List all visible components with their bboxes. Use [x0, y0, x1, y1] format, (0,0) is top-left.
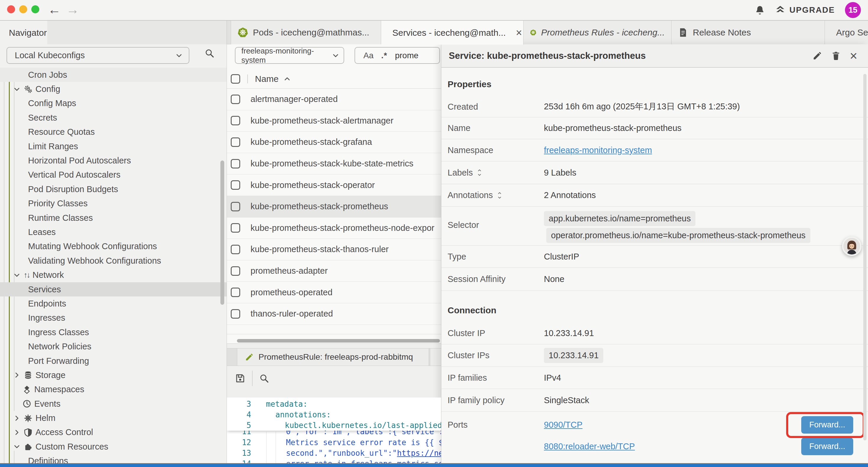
sidebar-item-endpoints[interactable]: Endpoints [0, 296, 226, 311]
row-checkbox[interactable] [231, 180, 240, 190]
row-checkbox[interactable] [231, 138, 240, 147]
trash-icon[interactable] [831, 51, 841, 61]
sidebar-group-storage[interactable]: Storage [0, 368, 226, 382]
navigator-panel-tab[interactable]: Navigator [0, 21, 47, 45]
sidebar-item-limit-ranges[interactable]: Limit Ranges [0, 139, 226, 153]
notification-badge[interactable]: 15 [845, 2, 861, 18]
row-checkbox[interactable] [231, 288, 240, 297]
annotations-count: 2 Annotations [544, 191, 596, 200]
row-checkbox[interactable] [231, 159, 240, 169]
sidebar-item-priority-classes[interactable]: Priority Classes [0, 197, 226, 211]
table-row[interactable]: kube-prometheus-stack-kube-state-metrics [227, 153, 441, 175]
assistant-avatar[interactable] [842, 236, 862, 256]
tab-services[interactable]: Services - icecheng@math... × [381, 21, 524, 45]
editor-tab-prometheusrule[interactable]: PrometheusRule: freeleaps-prod-rabbitmq [237, 348, 429, 366]
row-checkbox[interactable] [231, 202, 240, 211]
sidebar-group-config[interactable]: Config [0, 82, 226, 96]
search-icon[interactable] [205, 48, 215, 58]
minimize-window-button[interactable] [19, 5, 27, 13]
sidebar-item-vertical-pod-autoscalers[interactable]: Vertical Pod Autoscalers [0, 168, 226, 182]
search-icon[interactable] [259, 373, 269, 383]
horizontal-scrollbar[interactable] [237, 339, 440, 343]
code-line: 0","for":"1m","labels":{"service":"f [286, 431, 441, 437]
table-row[interactable]: kube-prometheus-stack-thanos-ruler [227, 239, 441, 260]
match-case-toggle[interactable]: Aa [363, 51, 373, 60]
table-row[interactable]: thanos-ruler-operated [227, 303, 441, 325]
detail-header: Service: kube-prometheus-stack-prometheu… [441, 44, 868, 68]
table-row[interactable]: prometheus-adapter [227, 260, 441, 282]
port-link-9090[interactable]: 9090/TCP [544, 420, 583, 430]
save-icon[interactable] [235, 373, 246, 384]
sidebar-item-namespaces[interactable]: Namespaces [0, 382, 226, 397]
row-checkbox[interactable] [231, 266, 240, 276]
bell-icon[interactable] [754, 5, 765, 16]
sort-ascending-icon[interactable] [283, 75, 291, 83]
sidebar-item-ingress-classes[interactable]: Ingress Classes [0, 325, 226, 339]
table-row[interactable]: alertmanager-operated [227, 89, 441, 110]
expand-collapse-icon[interactable] [496, 191, 503, 200]
puzzle-icon [24, 442, 32, 451]
row-checkbox[interactable] [231, 245, 240, 254]
row-checkbox[interactable] [231, 309, 240, 319]
sidebar-item-validating-webhook-configurations[interactable]: Validating Webhook Configurations [0, 254, 226, 268]
sidebar-item-resource-quotas[interactable]: Resource Quotas [0, 125, 226, 139]
sidebar-item-ingresses[interactable]: Ingresses [0, 311, 226, 325]
table-row[interactable]: kube-prometheus-stack-operator [227, 174, 441, 196]
select-all-checkbox[interactable] [231, 74, 240, 84]
namespace-filter-dropdown[interactable]: freeleaps-monitoring-system [235, 47, 344, 64]
close-tab-icon[interactable]: × [516, 28, 522, 38]
yaml-editor[interactable]: 3metadata: 4annotations: 5kubectl.kubern… [227, 398, 441, 464]
detail-scrollbar[interactable] [863, 74, 867, 440]
maximize-window-button[interactable] [31, 5, 39, 13]
table-row[interactable]: kube-prometheus-stack-grafana [227, 132, 441, 153]
sidebar-scrollbar[interactable] [220, 160, 224, 305]
table-row[interactable]: kube-prometheus-stack-prometheus-node-ex… [227, 217, 441, 239]
upgrade-button[interactable]: UPGRADE [775, 5, 835, 15]
sidebar-item-pod-disruption-budgets[interactable]: Pod Disruption Budgets [0, 182, 226, 196]
table-row[interactable]: prometheus-operated [227, 282, 441, 303]
row-checkbox[interactable] [231, 95, 240, 104]
sidebar-item-mutating-webhook-configurations[interactable]: Mutating Webhook Configurations [0, 239, 226, 254]
namespace-link[interactable]: freeleaps-monitoring-system [544, 145, 652, 155]
close-panel-icon[interactable]: × [850, 49, 857, 62]
sidebar-item-cron-jobs[interactable]: Cron Jobs [0, 68, 226, 82]
sidebar-item-config-maps[interactable]: Config Maps [0, 96, 226, 111]
sidebar-group-network[interactable]: ↑↓ Network [0, 268, 226, 282]
sidebar-item-events[interactable]: Events [0, 397, 226, 411]
tab-pods[interactable]: Pods - icecheng@mathmas... [231, 21, 381, 44]
sidebar-item-leases[interactable]: Leases [0, 225, 226, 239]
regex-toggle[interactable]: .* [381, 51, 387, 60]
row-checkbox[interactable] [231, 223, 240, 233]
sidebar-group-access-control[interactable]: Access Control [0, 425, 226, 439]
sidebar-item-network-policies[interactable]: Network Policies [0, 339, 226, 353]
tab-release-notes[interactable]: Release Notes [672, 21, 825, 44]
close-window-button[interactable] [7, 5, 15, 13]
sidebar-item-services[interactable]: Services [0, 282, 226, 296]
tab-argo[interactable]: Argo Se [825, 21, 868, 44]
code-line: Metrics service error rate is {{ $val [286, 437, 441, 448]
row-checkbox[interactable] [231, 116, 240, 125]
kubeconfig-selector[interactable]: Local Kubeconfigs [6, 47, 189, 64]
resource-search-input[interactable]: Aa .* prome [354, 47, 440, 64]
forward-port-button[interactable]: Forward... [801, 438, 853, 455]
forward-arrow-icon[interactable]: → [66, 2, 79, 17]
chevron-down-icon [13, 271, 21, 279]
editor-tab-partial[interactable] [430, 348, 441, 366]
table-row[interactable]: kube-prometheus-stack-alertmanager [227, 110, 441, 132]
expand-collapse-icon[interactable] [476, 168, 483, 177]
table-header: Name [227, 69, 441, 89]
port-link-8080[interactable]: 8080:reloader-web/TCP [544, 442, 635, 451]
item-label: Services [28, 285, 61, 294]
sidebar-group-custom-resources[interactable]: Custom Resources [0, 439, 226, 454]
edit-pencil-icon[interactable] [812, 51, 822, 61]
tab-prometheus-rules[interactable]: Prometheus Rules - icecheng... [524, 21, 672, 44]
sidebar-item-port-forwarding[interactable]: Port Forwarding [0, 354, 226, 368]
sidebar-item-runtime-classes[interactable]: Runtime Classes [0, 211, 226, 225]
column-header-name[interactable]: Name [255, 74, 279, 84]
sidebar-item-horizontal-pod-autoscalers[interactable]: Horizontal Pod Autoscalers [0, 153, 226, 168]
sidebar-item-secrets[interactable]: Secrets [0, 111, 226, 125]
back-arrow-icon[interactable]: ← [48, 2, 61, 17]
namespaces-icon [23, 385, 31, 394]
sidebar-group-helm[interactable]: Helm [0, 411, 226, 425]
table-row-selected[interactable]: kube-prometheus-stack-prometheus [227, 196, 441, 217]
